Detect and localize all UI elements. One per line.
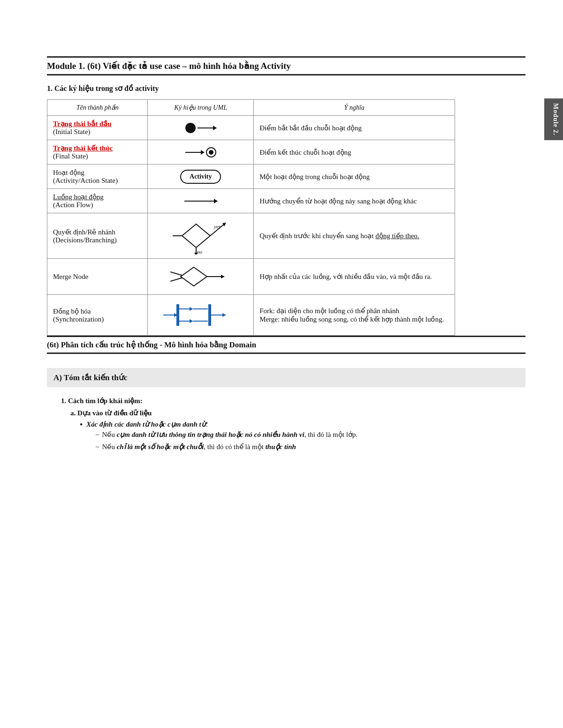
long-arrow-icon [184, 201, 217, 202]
activity-box-icon: Activity [180, 170, 221, 184]
table-row: Trạng thái bắt đầu (Initial State) Điểm … [47, 116, 455, 140]
table-row: Merge Node [47, 259, 455, 295]
module2-sidebar-label: Module 2. [552, 103, 559, 135]
bullseye-icon [206, 147, 216, 158]
row-merge-symbol [148, 259, 254, 295]
activity-label: Hoạt động [53, 169, 84, 176]
final-state-visual [185, 147, 216, 158]
row-decision-name: Quyết định/Rẽ nhánh (Decisions/Branching… [47, 213, 148, 259]
svg-marker-26 [222, 313, 226, 317]
bold-italic-text: Xác định các danh từ hoặc cụm danh từ [86, 420, 206, 428]
decision-diamond-icon: yes no [173, 217, 229, 255]
row-final-symbol [148, 140, 254, 165]
svg-marker-2 [182, 224, 210, 248]
decision-label: Quyết định/Rẽ nhánh [53, 228, 115, 236]
decision-sublabel: (Decisions/Branching) [53, 236, 117, 244]
row-merge-meaning: Hợp nhất của các luồng, với nhiều đầu và… [254, 259, 455, 295]
action-flow-icon [184, 201, 217, 202]
dash-prefix-2: Nếu chỉ là một số hoặc một chuỗi, thì đó… [102, 443, 296, 451]
arrow-right-icon [198, 128, 216, 128]
svg-text:yes: yes [213, 224, 221, 229]
svg-marker-21 [190, 319, 193, 323]
alpha-label-a: a. Dựa vào từ điền dữ liệu [70, 409, 152, 417]
row-initial-symbol [148, 116, 254, 140]
module2-sidebar: Module 2. [544, 98, 563, 140]
activity-symbol: Activity [153, 170, 248, 184]
section-a-header: A) Tóm tắt kiến thức [47, 368, 525, 387]
module1-title: Module 1. (6t) Viết đặc tả use case – mô… [47, 60, 525, 71]
knowledge-list: 1. Cách tìm lớp khái niệm: a. Dựa vào từ… [47, 397, 525, 455]
merge-label: Merge Node [53, 273, 88, 280]
svg-marker-14 [221, 275, 225, 278]
bullseye-inner-icon [209, 150, 213, 155]
initial-state-sublabel: (Initial State) [53, 128, 91, 135]
initial-state-visual [185, 123, 216, 133]
bullet-item: Xác định các danh từ hoặc cụm danh từ: N… [80, 420, 525, 455]
uml-symbols-table: Tên thành phần Ký hiệu trong UML Ý nghĩa… [47, 99, 455, 336]
row-initial-name: Trạng thái bắt đầu (Initial State) [47, 116, 148, 140]
row-initial-meaning: Điểm bắt bắt đầu chuỗi hoạt động [254, 116, 455, 140]
arrow-right-icon [185, 152, 204, 153]
merge-diamond-icon [170, 263, 231, 291]
initial-state-label: Trạng thái bắt đầu [53, 120, 112, 128]
initial-state-symbol [153, 123, 248, 133]
decision-meaning-text: Quyết định trước khi chuyển sang hoạt độ… [259, 232, 419, 240]
bullet-text: Xác định các danh từ hoặc cụm danh từ: N… [86, 420, 358, 455]
row-activity-meaning: Một hoạt động trong chuỗi hoạt động [254, 165, 455, 189]
module2-title: (6t) Phân tích cấu trúc hệ thống - Mô hì… [47, 340, 525, 350]
section-a-title: A) Tóm tắt kiến thức [53, 373, 127, 382]
table-row: Trạng thái kết thúc (Final State) Điểm k… [47, 140, 455, 165]
row-sync-symbol [148, 295, 254, 336]
sync-sublabel: (Synchronization) [53, 315, 104, 323]
row-flow-name: Luồng hoạt động (Action Flow) [47, 189, 148, 213]
section1-title: 1. Các ký hiệu trong sơ đồ activity [47, 84, 525, 93]
sync-symbol [153, 299, 248, 331]
sync-icon [163, 299, 238, 331]
final-state-label: Trạng thái kết thúc [53, 144, 113, 152]
italic-bold-text-2: chỉ là một số hoặc một chuỗi [117, 443, 204, 450]
merge-symbol [153, 263, 248, 291]
final-state-sublabel: (Final State) [53, 152, 88, 160]
list-label-1: 1. Cách tìm lớp khái niệm: [61, 397, 143, 405]
svg-text:no: no [197, 249, 203, 255]
row-activity-name: Hoạt động (Activity/Action State) [47, 165, 148, 189]
row-flow-symbol [148, 189, 254, 213]
module2-header: (6t) Phân tích cấu trúc hệ thống - Mô hì… [47, 336, 525, 354]
col-header-symbol: Ký hiệu trong UML [148, 100, 254, 116]
dash-item: Nếu cụm danh từ lưu thông tin trạng thái… [96, 430, 358, 439]
flow-symbol [153, 201, 248, 202]
activity-sublabel: (Activity/Action State) [53, 177, 118, 184]
bullet-list: Xác định các danh từ hoặc cụm danh từ: N… [70, 420, 525, 455]
module1-header: Module 1. (6t) Viết đặc tả use case – mô… [47, 56, 525, 75]
table-row: Đồng bộ hóa (Synchronization) [47, 295, 455, 336]
sync-meaning-fork: Fork: đại diện cho một luồng có thể phân… [259, 307, 399, 315]
flow-label: Luồng hoạt động [53, 193, 104, 201]
row-sync-meaning: Fork: đại diện cho một luồng có thể phân… [254, 295, 455, 336]
dash-list: Nếu cụm danh từ lưu thông tin trạng thái… [86, 430, 358, 451]
row-merge-name: Merge Node [47, 259, 148, 295]
final-state-symbol [153, 147, 248, 158]
table-row: Luồng hoạt động (Action Flow) Hướng chuy… [47, 189, 455, 213]
row-decision-symbol: yes no [148, 213, 254, 259]
row-activity-symbol: Activity [148, 165, 254, 189]
svg-rect-22 [208, 304, 211, 326]
italic-bold-text: cụm danh từ lưu thông tin trạng thái hoặ… [117, 431, 304, 438]
svg-marker-12 [181, 267, 207, 286]
svg-marker-19 [190, 307, 193, 311]
sync-meaning-merge: Merge: nhiều luồng song song, có thể kết… [259, 315, 444, 323]
sync-label: Đồng bộ hóa [53, 308, 91, 315]
row-flow-meaning: Hướng chuyển từ hoạt động này sang hoạt … [254, 189, 455, 213]
row-decision-meaning: Quyết định trước khi chuyển sang hoạt độ… [254, 213, 455, 259]
table-row: Hoạt động (Activity/Action State) Activi… [47, 165, 455, 189]
alpha-sublist: a. Dựa vào từ điền dữ liệu Xác định các … [61, 409, 525, 455]
decision-symbol: yes no [153, 217, 248, 255]
col-header-meaning: Ý nghĩa [254, 100, 455, 116]
row-final-meaning: Điểm kết thúc chuỗi hoạt động [254, 140, 455, 165]
flow-sublabel: (Action Flow) [53, 201, 93, 209]
table-row: Quyết định/Rẽ nhánh (Decisions/Branching… [47, 213, 455, 259]
italic-bold-text-3: thuộc tính [266, 443, 296, 450]
list-item: 1. Cách tìm lớp khái niệm: a. Dựa vào từ… [61, 397, 525, 455]
dash-item: Nếu chỉ là một số hoặc một chuỗi, thì đó… [96, 443, 358, 451]
alpha-list-item: a. Dựa vào từ điền dữ liệu Xác định các … [70, 409, 525, 455]
svg-marker-4 [222, 223, 226, 226]
